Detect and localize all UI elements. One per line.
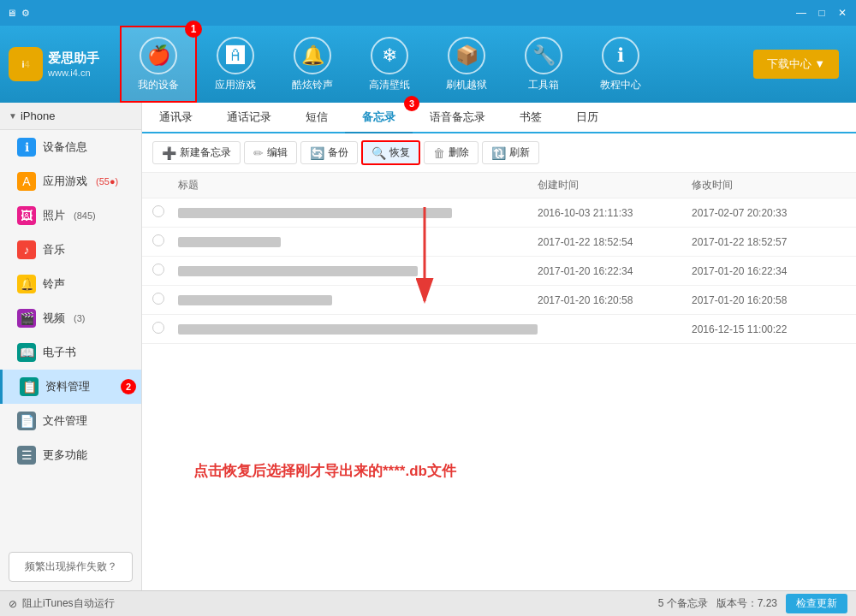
close-button[interactable]: ✕ xyxy=(835,6,849,20)
table-row[interactable]: 2017-01-20 16:20:58 2017-01-20 16:20:58 xyxy=(142,286,856,315)
monitor-icon: 🖥 xyxy=(7,8,16,18)
sidebar-item-more[interactable]: ☰ 更多功能 xyxy=(0,438,141,472)
step-label-3: 3 xyxy=(404,96,419,111)
apps-games-icon: A xyxy=(17,172,36,191)
device-info-icon: ℹ xyxy=(17,138,36,157)
tab-voice-memo[interactable]: 语音备忘录 xyxy=(413,103,502,133)
row-title-5 xyxy=(178,323,538,335)
logo: i4 爱思助手 www.i4.cn xyxy=(9,47,120,81)
check-update-button[interactable]: 检查更新 xyxy=(786,594,847,613)
nav-jailbreak[interactable]: 📦 刷机越狱 xyxy=(428,26,505,103)
photos-icon: 🖼 xyxy=(17,206,36,225)
statusbar-left: ⊘ 阻止iTunes自动运行 xyxy=(9,596,658,611)
tab-call-log[interactable]: 通话记录 xyxy=(210,103,288,133)
header-create-time: 创建时间 xyxy=(538,178,692,192)
sidebar-item-device-info[interactable]: ℹ 设备信息 xyxy=(0,130,141,164)
restore-button[interactable]: 🔍 恢复 xyxy=(361,140,420,165)
tab-notes[interactable]: 备忘录 3 xyxy=(345,103,413,133)
tab-sms[interactable]: 短信 xyxy=(288,103,345,133)
refresh-button[interactable]: 🔃 刷新 xyxy=(482,141,539,164)
restore-icon: 🔍 xyxy=(372,146,386,160)
edit-button[interactable]: ✏ 编辑 xyxy=(244,141,297,164)
backup-button[interactable]: 🔄 备份 xyxy=(300,141,358,164)
sidebar-item-apps-games[interactable]: A 应用游戏 (55●) xyxy=(0,164,141,198)
table-row[interactable]: 2017-01-22 18:52:54 2017-01-22 18:52:57 xyxy=(142,228,856,257)
download-center-button[interactable]: 下载中心 ▼ xyxy=(753,50,839,79)
sidebar-item-ringtones[interactable]: 🔔 铃声 xyxy=(0,267,141,301)
nav-wallpapers-label: 高清壁纸 xyxy=(369,78,410,92)
statusbar-right: 5 个备忘录 版本号：7.23 检查更新 xyxy=(658,594,847,613)
row-modify-2: 2017-01-22 18:52:57 xyxy=(692,236,846,248)
tab-calendar[interactable]: 日历 xyxy=(559,103,615,133)
app-url: www.i4.cn xyxy=(48,67,99,80)
delete-button[interactable]: 🗑 删除 xyxy=(424,141,479,164)
tab-bookmarks[interactable]: 书签 xyxy=(502,103,559,133)
plus-icon: ➕ xyxy=(162,146,176,160)
header-check xyxy=(152,178,178,192)
nav-wallpapers[interactable]: ❄ 高清壁纸 xyxy=(351,26,428,103)
version-text: 版本号：7.23 xyxy=(716,596,777,611)
app-name: 爱思助手 xyxy=(48,49,99,67)
nav-tutorials[interactable]: ℹ 教程中心 xyxy=(582,26,659,103)
titlebar: 🖥 ⚙ — □ ✕ xyxy=(0,0,856,26)
logo-icon: i4 xyxy=(9,47,43,81)
row-modify-4: 2017-01-20 16:20:58 xyxy=(692,294,846,306)
table-header: 标题 创建时间 修改时间 xyxy=(142,173,856,198)
row-check-5[interactable] xyxy=(152,322,178,336)
sidebar-item-music[interactable]: ♪ 音乐 xyxy=(0,233,141,267)
sidebar-item-videos[interactable]: 🎬 视频 (3) xyxy=(0,301,141,335)
nav-toolbox[interactable]: 🔧 工具箱 xyxy=(505,26,582,103)
nav-ringtones-label: 酷炫铃声 xyxy=(292,78,333,92)
itunes-text: 阻止iTunes自动运行 xyxy=(22,596,115,611)
row-modify-1: 2017-02-07 20:20:33 xyxy=(692,207,846,219)
step-label-1: 1 xyxy=(185,21,202,38)
more-icon: ☰ xyxy=(17,446,36,465)
nav-apps-icon: 🅰 xyxy=(217,37,254,74)
tab-contacts[interactable]: 通讯录 xyxy=(142,103,210,133)
row-check-4[interactable] xyxy=(152,293,178,307)
sidebar-item-file-mgmt[interactable]: 📄 文件管理 xyxy=(0,404,141,438)
nav-my-device[interactable]: 🍎 我的设备 1 xyxy=(120,26,197,103)
table-body: 2016-10-03 21:11:33 2017-02-07 20:20:33 … xyxy=(142,198,856,344)
ringtones-icon: 🔔 xyxy=(17,275,36,293)
row-modify-5: 2016-12-15 11:00:22 xyxy=(692,323,846,335)
sidebar: ▼ iPhone ℹ 设备信息 A 应用游戏 (55●) 🖼 照片 (845) … xyxy=(0,103,142,590)
row-create-1: 2016-10-03 21:11:33 xyxy=(538,207,692,219)
backup-icon: 🔄 xyxy=(310,146,324,160)
sidebar-item-ebooks[interactable]: 📖 电子书 xyxy=(0,335,141,370)
nav-items: 🍎 我的设备 1 🅰 应用游戏 🔔 酷炫铃声 ❄ 高清壁纸 📦 刷机越狱 🔧 工… xyxy=(120,26,753,103)
nav-jailbreak-icon: 📦 xyxy=(448,37,485,74)
triangle-icon: ▼ xyxy=(9,111,17,121)
row-check-2[interactable] xyxy=(152,234,178,249)
row-title-3 xyxy=(178,265,538,277)
table-row[interactable]: 2017-01-20 16:22:34 2017-01-20 16:22:34 xyxy=(142,257,856,286)
row-modify-3: 2017-01-20 16:22:34 xyxy=(692,265,846,277)
trouble-button[interactable]: 频繁出现操作失败？ xyxy=(9,552,133,582)
row-check-1[interactable] xyxy=(152,205,178,220)
nav-jailbreak-label: 刷机越狱 xyxy=(446,78,487,92)
row-check-3[interactable] xyxy=(152,264,178,278)
nav-my-device-label: 我的设备 xyxy=(138,78,179,92)
restore-button[interactable]: □ xyxy=(815,6,829,20)
minimize-button[interactable]: — xyxy=(794,6,808,20)
nav-tutorials-icon: ℹ xyxy=(602,37,639,74)
data-mgmt-icon: 📋 xyxy=(20,377,39,396)
row-title-2 xyxy=(178,236,538,248)
delete-icon: 🗑 xyxy=(433,146,445,160)
sidebar-item-photos[interactable]: 🖼 照片 (845) xyxy=(0,198,141,233)
sidebar-item-data-mgmt[interactable]: 📋 资料管理 2 xyxy=(0,370,141,404)
device-label: ▼ iPhone xyxy=(0,103,141,130)
table-row[interactable]: 2016-10-03 21:11:33 2017-02-07 20:20:33 xyxy=(142,198,856,228)
nav-apps-games[interactable]: 🅰 应用游戏 xyxy=(197,26,274,103)
new-note-button[interactable]: ➕ 新建备忘录 xyxy=(152,141,241,164)
row-create-2: 2017-01-22 18:52:54 xyxy=(538,236,692,248)
file-mgmt-icon: 📄 xyxy=(17,412,36,430)
toolbar: ➕ 新建备忘录 ✏ 编辑 🔄 备份 🔍 恢复 🗑 删除 🔃 刷 xyxy=(142,133,856,173)
nav-toolbox-icon: 🔧 xyxy=(525,37,562,74)
sidebar-bottom: 频繁出现操作失败？ xyxy=(0,543,141,590)
nav-ringtones-icon: 🔔 xyxy=(294,37,331,74)
nav-ringtones[interactable]: 🔔 酷炫铃声 xyxy=(274,26,351,103)
table-row[interactable]: 2016-12-15 11:00:22 xyxy=(142,315,856,344)
row-title-1 xyxy=(178,207,538,219)
row-create-4: 2017-01-20 16:20:58 xyxy=(538,294,692,306)
